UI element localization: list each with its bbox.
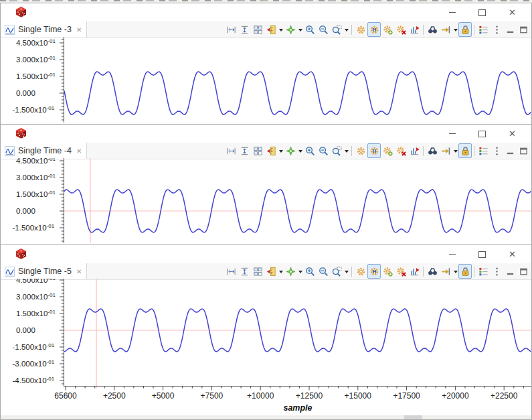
goto-button[interactable] [439, 264, 452, 279]
goto-button-dropdown[interactable] [452, 23, 458, 36]
view-menu-button[interactable] [490, 264, 503, 279]
zoom-out-button[interactable] [317, 143, 330, 158]
add-process-button[interactable] [381, 264, 394, 279]
fit-vertical-button[interactable] [238, 264, 251, 279]
maximize-view-button[interactable] [517, 143, 530, 158]
goto-button[interactable] [439, 143, 452, 158]
delete-process-button[interactable] [394, 22, 408, 37]
arrange-grid-button[interactable] [251, 264, 264, 279]
hold-process-button[interactable]: H [367, 264, 381, 279]
arrange-grid-button[interactable] [251, 22, 264, 37]
zoom-selection-button[interactable] [330, 22, 343, 37]
export-chart-button[interactable] [408, 143, 421, 158]
zoom-selection-button-dropdown[interactable] [343, 144, 349, 157]
zoom-in-button[interactable] [303, 143, 317, 158]
process-button[interactable] [354, 143, 367, 158]
add-process-button[interactable] [381, 22, 394, 37]
legend-button[interactable] [476, 22, 490, 37]
decorations-button[interactable] [284, 264, 297, 279]
close-button[interactable]: ✕ [497, 245, 527, 263]
fit-vertical-button[interactable] [238, 143, 251, 158]
maximize-button[interactable] [467, 3, 497, 21]
delete-process-button[interactable] [394, 264, 408, 279]
maximize-button[interactable] [467, 245, 497, 263]
minimize-button[interactable] [437, 245, 467, 263]
window-titlebar[interactable]: ✕ [1, 125, 531, 143]
window-titlebar[interactable]: ✕ [1, 245, 531, 263]
search-button[interactable] [426, 264, 439, 279]
export-chart-button[interactable] [408, 22, 421, 37]
maximize-view-button[interactable] [517, 22, 530, 37]
process-button[interactable] [354, 264, 367, 279]
search-button[interactable] [426, 22, 439, 37]
hold-process-button[interactable]: H [367, 22, 381, 37]
maximize-view-button[interactable] [517, 264, 530, 279]
goto-button-dropdown[interactable] [452, 144, 458, 157]
measure-button[interactable] [264, 143, 278, 158]
maximize-button[interactable] [467, 125, 497, 143]
x-axis-title: sample [283, 403, 312, 413]
goto-button[interactable] [439, 22, 452, 37]
minimize-button[interactable] [437, 3, 467, 21]
add-process-button[interactable] [381, 143, 394, 158]
tab-single-time-5[interactable]: Single Time -5 [1, 263, 87, 279]
close-tab-icon[interactable] [75, 147, 82, 155]
fit-vertical-button[interactable] [238, 22, 251, 37]
zoom-selection-button[interactable] [330, 264, 343, 279]
waveform-plot-3[interactable]: 4.500x10-013.000x10-011.500x10-010.000-1… [1, 279, 531, 420]
arrange-grid-button[interactable] [251, 143, 264, 158]
close-button[interactable]: ✕ [497, 125, 527, 143]
zoom-in-button[interactable] [303, 22, 317, 37]
measure-button-dropdown[interactable] [278, 144, 284, 157]
waveform-plot-1[interactable]: 4.500x10-013.000x10-011.500x10-010.000-1… [1, 37, 531, 123]
fit-horizontal-button[interactable] [224, 22, 238, 37]
impulse-cube-icon [15, 6, 27, 19]
minimize-view-button[interactable] [503, 143, 517, 158]
fit-horizontal-button[interactable] [224, 264, 238, 279]
zoom-selection-button[interactable] [330, 143, 343, 158]
tab-single-time-4[interactable]: Single Time -4 [1, 143, 87, 159]
waveform-chart-icon [5, 25, 15, 35]
close-tab-icon[interactable] [75, 268, 82, 275]
impulse-cube-icon [15, 127, 27, 140]
search-button[interactable] [426, 143, 439, 158]
lock-button[interactable] [458, 264, 472, 279]
legend-button[interactable] [476, 143, 490, 158]
toolbar-separator [351, 267, 352, 277]
view-menu-button[interactable] [490, 143, 503, 158]
measure-button-dropdown[interactable] [278, 265, 284, 278]
goto-button-dropdown[interactable] [452, 265, 458, 278]
fit-horizontal-button[interactable] [224, 143, 238, 158]
minimize-view-icon [505, 267, 515, 277]
decorations-button-dropdown[interactable] [297, 265, 303, 278]
measure-button[interactable] [264, 22, 278, 37]
export-chart-button[interactable] [408, 264, 421, 279]
hold-process-button[interactable]: H [367, 143, 381, 158]
decorations-button[interactable] [284, 22, 297, 37]
view-menu-button[interactable] [490, 22, 503, 37]
tab-single-time-3[interactable]: Single Time -3 [1, 21, 87, 38]
zoom-out-button[interactable] [317, 264, 330, 279]
minimize-view-button[interactable] [503, 22, 517, 37]
close-button[interactable]: ✕ [497, 3, 527, 21]
zoom-in-button[interactable] [303, 264, 317, 279]
zoom-selection-button-dropdown[interactable] [343, 23, 349, 36]
minimize-icon [449, 12, 456, 13]
minimize-button[interactable] [437, 125, 467, 143]
measure-button-dropdown[interactable] [278, 23, 284, 36]
decorations-button[interactable] [284, 143, 297, 158]
lock-button[interactable] [458, 22, 472, 37]
zoom-selection-button-dropdown[interactable] [343, 265, 349, 278]
close-tab-icon[interactable] [75, 26, 82, 33]
waveform-plot-2[interactable]: 4.500x10-013.000x10-011.500x10-010.000-1… [1, 158, 531, 244]
lock-button[interactable] [458, 143, 472, 158]
zoom-out-button[interactable] [317, 22, 330, 37]
window-titlebar[interactable]: ✕ [1, 3, 531, 21]
legend-button[interactable] [476, 264, 490, 279]
process-button[interactable] [354, 22, 367, 37]
measure-button[interactable] [264, 264, 278, 279]
decorations-button-dropdown[interactable] [297, 144, 303, 157]
minimize-view-button[interactable] [503, 264, 517, 279]
decorations-button-dropdown[interactable] [297, 23, 303, 36]
delete-process-button[interactable] [394, 143, 408, 158]
